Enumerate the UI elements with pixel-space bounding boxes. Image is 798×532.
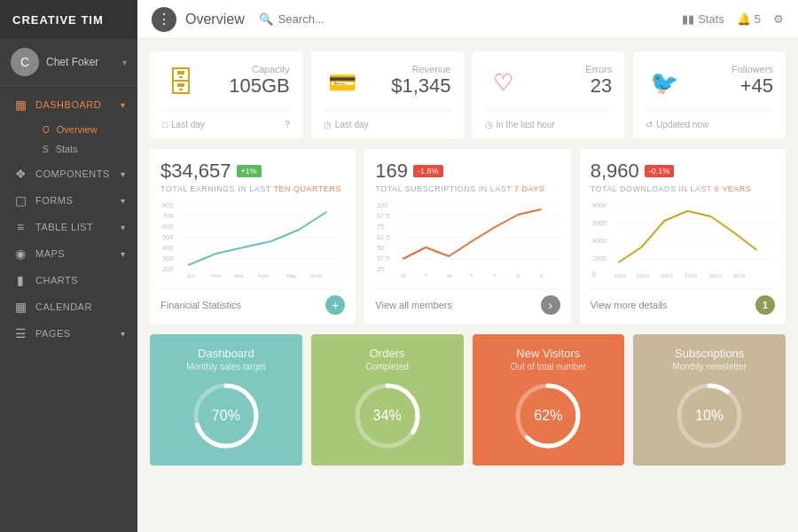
subscriptions-footer-label: View all members bbox=[375, 300, 452, 310]
bottom-card-dashboard: Dashboard Monthly sales target 70% bbox=[150, 334, 302, 466]
search-bar: 🔍 bbox=[259, 12, 682, 26]
sidebar-user[interactable]: C Chet Foker ▾ bbox=[0, 39, 137, 86]
downloads-footer-label: View more details bbox=[591, 300, 668, 310]
sidebar-label-tablelist: Table List bbox=[35, 222, 121, 232]
followers-label: Followers bbox=[732, 64, 773, 74]
subscriptions-badge: -1.6% bbox=[413, 165, 443, 177]
bc-dashboard-circle: 70% bbox=[191, 380, 262, 451]
sidebar-nav: ▦ Dashboard ▾ O Overview S Stats ❖ Compo… bbox=[0, 86, 137, 352]
bc-orders-title: Orders bbox=[370, 347, 405, 360]
sidebar-item-calendar[interactable]: ▦ Calendar bbox=[0, 293, 137, 320]
svg-text:50: 50 bbox=[377, 245, 384, 252]
earnings-add-button[interactable]: + bbox=[325, 295, 345, 315]
svg-text:2014: 2014 bbox=[732, 272, 745, 278]
sidebar-item-dashboard[interactable]: ▦ Dashboard ▾ bbox=[0, 91, 137, 118]
sidebar-label-maps: Maps bbox=[35, 248, 121, 259]
bc-orders-circle: 34% bbox=[352, 380, 423, 451]
downloads-badge: -0.1% bbox=[645, 165, 675, 177]
svg-text:25: 25 bbox=[377, 266, 384, 273]
notifications-button[interactable]: 🔔 5 bbox=[737, 12, 761, 26]
sidebar-item-overview[interactable]: O Overview bbox=[35, 120, 137, 139]
followers-value: +45 bbox=[732, 74, 773, 98]
svg-text:0: 0 bbox=[592, 271, 596, 278]
bc-subscriptions-percent: 10% bbox=[695, 408, 724, 424]
svg-text:8000: 8000 bbox=[592, 202, 606, 209]
svg-text:2009: 2009 bbox=[614, 272, 626, 278]
dashboard-submenu: O Overview S Stats bbox=[0, 118, 137, 160]
bc-subscriptions-title: Subscriptions bbox=[675, 347, 744, 360]
svg-text:2013: 2013 bbox=[708, 272, 721, 278]
chart-card-earnings: $34,657 +1% TOTAL EARNINGS IN LAST TEN Q… bbox=[150, 149, 356, 324]
topbar: ⋮ Overview 🔍 ▮▮ Stats 🔔 5 ⚙ bbox=[137, 0, 798, 39]
search-icon: 🔍 bbox=[259, 12, 273, 26]
svg-text:June: June bbox=[310, 272, 323, 278]
sidebar-item-maps[interactable]: ◉ Maps ▾ bbox=[0, 240, 137, 267]
bottom-card-orders: Orders Completed 34% bbox=[311, 334, 464, 466]
sidebar-label-dashboard: Dashboard bbox=[35, 99, 121, 110]
bell-icon: 🔔 bbox=[737, 12, 751, 26]
svg-text:2011: 2011 bbox=[661, 272, 673, 278]
chart-card-downloads: 8,960 -0.1% TOTAL DOWNLOADS IN LAST 6 YE… bbox=[580, 149, 786, 324]
subscriptions-footer: View all members › bbox=[375, 289, 559, 315]
svg-text:300: 300 bbox=[162, 255, 173, 262]
sidebar-label-calendar: Calendar bbox=[35, 301, 125, 312]
subscriptions-nav-button[interactable]: › bbox=[541, 295, 560, 315]
settings-button[interactable]: ⚙ bbox=[773, 12, 784, 26]
svg-text:700: 700 bbox=[162, 213, 173, 220]
svg-text:400: 400 bbox=[162, 245, 173, 252]
svg-text:4000: 4000 bbox=[592, 238, 606, 245]
downloads-nav-button[interactable]: 1 bbox=[755, 295, 775, 315]
subscriptions-chart: 100 87.5 75 62.5 50 37.5 25 bbox=[375, 199, 559, 282]
bc-dashboard-percent: 70% bbox=[212, 408, 240, 424]
search-input[interactable] bbox=[278, 12, 420, 26]
svg-text:S: S bbox=[540, 272, 544, 278]
svg-text:Feb: Feb bbox=[211, 272, 221, 278]
svg-text:T: T bbox=[425, 272, 428, 278]
svg-text:T: T bbox=[471, 272, 474, 278]
errors-label: Errors bbox=[585, 64, 612, 74]
sidebar-item-pages[interactable]: ☰ Pages ▾ bbox=[0, 320, 137, 347]
sidebar-item-charts[interactable]: ▮ Charts bbox=[0, 267, 137, 293]
svg-text:200: 200 bbox=[162, 266, 173, 273]
twitter-icon: 🐦 bbox=[645, 64, 683, 101]
svg-text:S: S bbox=[517, 272, 520, 278]
user-dropdown-arrow: ▾ bbox=[122, 58, 127, 67]
bc-orders-percent: 34% bbox=[373, 408, 402, 424]
earnings-footer: Financial Statistics + bbox=[160, 289, 345, 315]
clock-icon: ◷ bbox=[324, 120, 332, 129]
bc-orders-sub: Completed bbox=[365, 362, 408, 372]
stats-icon: ▮▮ bbox=[682, 12, 694, 26]
sidebar-item-components[interactable]: ❖ Components ▾ bbox=[0, 160, 137, 187]
calendar-icon: ▦ bbox=[12, 300, 28, 314]
capacity-help-icon: ? bbox=[285, 120, 290, 129]
sidebar-item-stats[interactable]: S Stats bbox=[35, 139, 137, 159]
overview-label: Overview bbox=[57, 124, 98, 135]
stats-row: 🗄 Capacity 105GB □ Last day ? 💳 bbox=[150, 51, 786, 138]
svg-text:F: F bbox=[494, 272, 497, 278]
topbar-actions: ▮▮ Stats 🔔 5 ⚙ bbox=[682, 12, 784, 26]
overview-dot: O bbox=[43, 125, 50, 135]
errors-footer: In the last hour bbox=[497, 120, 555, 129]
bottom-card-subscriptions: Subscriptions Monthly newsletter 10% bbox=[633, 334, 786, 466]
menu-button[interactable]: ⋮ bbox=[152, 7, 176, 32]
sidebar-logo: CREATIVE TIM bbox=[0, 0, 137, 39]
downloads-footer: View more details 1 bbox=[591, 289, 775, 315]
calendar-icon-small: □ bbox=[162, 120, 168, 129]
revenue-value: $1,345 bbox=[391, 74, 450, 98]
sidebar-item-forms[interactable]: ▢ Forms ▾ bbox=[0, 187, 137, 214]
svg-text:2010: 2010 bbox=[637, 272, 649, 278]
svg-text:W: W bbox=[448, 272, 453, 278]
stat-card-capacity: 🗄 Capacity 105GB □ Last day ? bbox=[150, 51, 302, 138]
svg-text:100: 100 bbox=[377, 202, 387, 209]
bc-visitors-sub: Out of total number bbox=[511, 362, 587, 372]
stats-dot: S bbox=[43, 145, 49, 154]
stats-button[interactable]: ▮▮ Stats bbox=[682, 12, 724, 26]
sidebar-label-pages: Pages bbox=[35, 328, 121, 339]
forms-icon: ▢ bbox=[12, 193, 28, 207]
earnings-badge: +1% bbox=[237, 165, 262, 177]
sidebar-item-tablelist[interactable]: ≡ Table List ▾ bbox=[0, 214, 137, 240]
charts-row: $34,657 +1% TOTAL EARNINGS IN LAST TEN Q… bbox=[150, 149, 786, 324]
username: Chet Foker bbox=[46, 56, 122, 68]
downloads-chart: 8000 6000 4000 2000 0 2009 2010 2011 bbox=[591, 199, 775, 282]
sidebar: CREATIVE TIM C Chet Foker ▾ ▦ Dashboard … bbox=[0, 0, 137, 532]
